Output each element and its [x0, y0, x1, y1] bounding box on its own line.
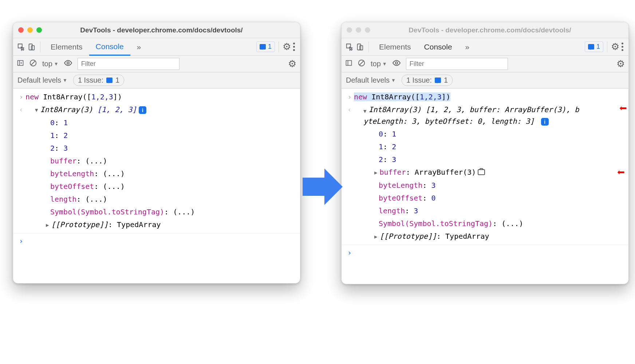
- titlebar[interactable]: DevTools - developer.chrome.com/docs/dev…: [13, 22, 300, 38]
- expand-triangle-icon[interactable]: ▶: [374, 167, 377, 178]
- device-icon[interactable]: [26, 43, 36, 51]
- object-property-buffer[interactable]: ▶buffer: ArrayBuffer(3) ⬅: [342, 166, 628, 179]
- expand-triangle-icon[interactable]: ▼: [363, 106, 366, 117]
- object-property[interactable]: 1: 2: [342, 141, 628, 153]
- expand-triangle-icon[interactable]: ▼: [35, 104, 38, 116]
- devtools-window-before: DevTools - developer.chrome.com/docs/dev…: [13, 22, 300, 284]
- console-sidebar-icon[interactable]: [345, 59, 352, 68]
- info-icon[interactable]: i: [139, 106, 146, 114]
- object-property[interactable]: byteLength: 3: [342, 179, 628, 192]
- minimize-dot-icon[interactable]: [27, 27, 33, 33]
- tab-elements[interactable]: Elements: [44, 38, 89, 56]
- zoom-dot-icon[interactable]: [365, 27, 370, 33]
- console-prompt[interactable]: ›: [342, 246, 628, 259]
- issues-chip[interactable]: 1 Issue: 1: [73, 75, 124, 86]
- filter-input[interactable]: [78, 58, 180, 70]
- svg-rect-1: [31, 46, 34, 50]
- clear-console-icon[interactable]: [29, 59, 37, 69]
- zoom-dot-icon[interactable]: [36, 27, 42, 33]
- comparison-arrow-icon: [301, 167, 344, 207]
- expand-triangle-icon[interactable]: ▶: [374, 231, 377, 242]
- object-property[interactable]: 0: 1: [342, 128, 628, 141]
- console-filter-bar: top ▼ ⚙: [342, 56, 628, 72]
- settings-gear-icon[interactable]: ⚙: [611, 41, 619, 52]
- traffic-lights[interactable]: [18, 27, 42, 33]
- kebab-menu-icon[interactable]: [619, 43, 626, 51]
- live-expression-eye-icon[interactable]: [64, 59, 72, 69]
- live-expression-eye-icon[interactable]: [392, 59, 401, 69]
- console-input-row[interactable]: › new Int8Array([1,2,3]): [13, 91, 300, 103]
- svg-point-4: [67, 62, 69, 64]
- console-sidebar-icon[interactable]: [17, 59, 24, 68]
- levels-bar: Default levels ▼ 1 Issue: 1: [13, 72, 300, 88]
- log-levels-selector[interactable]: Default levels ▼: [17, 76, 67, 84]
- expand-triangle-icon[interactable]: ▶: [46, 219, 49, 231]
- object-property[interactable]: Symbol(Symbol.toStringTag): (...): [342, 217, 628, 230]
- console-result-row[interactable]: ‹ ▼Int8Array(3) [1, 2, 3, buffer: ArrayB…: [342, 103, 628, 128]
- minimize-dot-icon[interactable]: [356, 27, 361, 33]
- object-property[interactable]: 1: 2: [13, 129, 300, 142]
- object-property[interactable]: length: (...): [13, 193, 300, 206]
- context-selector[interactable]: top ▼: [42, 60, 59, 68]
- info-icon[interactable]: i: [541, 118, 549, 126]
- console-prompt[interactable]: ›: [13, 235, 300, 248]
- memory-inspector-icon[interactable]: [478, 169, 485, 175]
- inspect-icon[interactable]: [16, 43, 26, 51]
- svg-rect-5: [358, 44, 361, 50]
- result-chevron-icon: ‹: [345, 104, 354, 115]
- kebab-menu-icon[interactable]: [291, 43, 297, 51]
- console-filter-bar: top ▼ ⚙: [13, 56, 300, 72]
- object-property[interactable]: byteOffset: (...): [13, 180, 300, 193]
- svg-rect-7: [346, 60, 352, 65]
- console-result-row[interactable]: ‹ ▼Int8Array(3) [1, 2, 3]i: [13, 103, 300, 116]
- main-tabs: Elements Console » 1 ⚙: [342, 38, 628, 56]
- object-property[interactable]: Symbol(Symbol.toStringTag): (...): [13, 206, 300, 218]
- object-property[interactable]: length: 3: [342, 205, 628, 217]
- inspect-icon[interactable]: [344, 43, 355, 51]
- object-property[interactable]: byteLength: (...): [13, 167, 300, 180]
- main-tabs: Elements Console » 1 ⚙: [13, 38, 300, 56]
- object-property[interactable]: 2: 3: [13, 142, 300, 155]
- tab-more[interactable]: »: [130, 38, 148, 56]
- message-icon: [588, 44, 594, 50]
- context-selector[interactable]: top ▼: [371, 60, 387, 68]
- console-settings-gear-icon[interactable]: ⚙: [288, 58, 296, 70]
- close-dot-icon[interactable]: [18, 27, 24, 33]
- close-dot-icon[interactable]: [347, 27, 352, 33]
- message-icon: [260, 44, 266, 50]
- issues-badge[interactable]: 1: [256, 41, 275, 52]
- console-output: › new Int8Array([1,2,3]) ‹ ▼Int8Array(3)…: [13, 88, 300, 283]
- prompt-chevron-icon: ›: [345, 91, 354, 103]
- traffic-lights[interactable]: [347, 27, 370, 33]
- tab-more[interactable]: »: [459, 38, 476, 56]
- tab-elements[interactable]: Elements: [372, 38, 418, 56]
- object-prototype[interactable]: ▶[[Prototype]]: TypedArray: [13, 218, 300, 232]
- filter-input[interactable]: [406, 58, 508, 70]
- titlebar[interactable]: DevTools - developer.chrome.com/docs/dev…: [342, 22, 628, 38]
- highlight-arrow-icon: ⬅: [619, 103, 627, 114]
- issues-badge[interactable]: 1: [585, 41, 603, 52]
- device-icon[interactable]: [355, 43, 365, 51]
- svg-rect-6: [360, 46, 363, 50]
- console-input-row[interactable]: › new Int8Array([1,2,3]): [342, 91, 628, 103]
- object-property[interactable]: 2: 3: [342, 153, 628, 166]
- svg-rect-0: [29, 44, 32, 50]
- devtools-window-after: DevTools - developer.chrome.com/docs/dev…: [341, 22, 629, 284]
- log-levels-selector[interactable]: Default levels ▼: [346, 76, 396, 84]
- issues-chip[interactable]: 1 Issue: 1: [402, 75, 453, 86]
- svg-point-9: [395, 62, 398, 64]
- levels-bar: Default levels ▼ 1 Issue: 1: [342, 72, 628, 88]
- message-icon: [106, 78, 113, 83]
- object-property[interactable]: 0: 1: [13, 116, 300, 129]
- object-property[interactable]: buffer: (...): [13, 155, 300, 167]
- settings-gear-icon[interactable]: ⚙: [283, 41, 291, 52]
- object-prototype[interactable]: ▶[[Prototype]]: TypedArray: [342, 230, 628, 243]
- window-title: DevTools - developer.chrome.com/docs/dev…: [374, 26, 623, 34]
- result-chevron-icon: ‹: [17, 104, 25, 115]
- tab-console[interactable]: Console: [418, 38, 459, 56]
- clear-console-icon[interactable]: [358, 59, 366, 69]
- svg-rect-2: [18, 60, 23, 65]
- console-settings-gear-icon[interactable]: ⚙: [616, 58, 625, 70]
- object-property[interactable]: byteOffset: 0: [342, 192, 628, 205]
- tab-console[interactable]: Console: [89, 38, 130, 56]
